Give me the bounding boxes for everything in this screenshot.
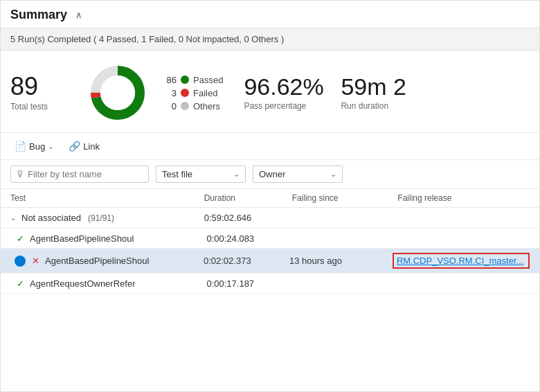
pass-percentage-label: Pass percentage — [244, 101, 306, 111]
group-test-col: ⌄ Not associated (91/91) — [10, 213, 204, 223]
header: Summary ∧ — [1, 1, 539, 28]
others-dot — [181, 102, 189, 110]
group-count: (91/91) — [88, 213, 114, 223]
pass-percentage-value: 96.62% — [244, 75, 323, 98]
test-file-chevron-icon: ⌄ — [233, 170, 240, 179]
duration-val: 0:02:02.373 — [204, 256, 289, 266]
pass-percentage-stat: 96.62% Pass percentage — [244, 75, 327, 111]
donut-chart — [87, 62, 149, 124]
table-row[interactable]: ✓ AgentRequestOwnerRefer 0:00:17.187 — [1, 274, 539, 294]
test-name-col: ✕ AgentBasedPipelineShoul — [15, 256, 204, 267]
table-header: Test Duration Failing since Failing rele… — [1, 189, 539, 208]
test-name: AgentRequestOwnerRefer — [30, 278, 135, 289]
run-duration-value: 59m 2 — [341, 75, 406, 98]
link-button[interactable]: 🔗 Link — [64, 139, 104, 154]
total-tests-label: Total tests — [10, 102, 48, 112]
failing-release-link[interactable]: RM.CDP_VSO.RM.CI_master... — [397, 256, 523, 266]
actions-row: 📄 Bug ⌄ 🔗 Link — [1, 133, 539, 160]
passed-count: 86 — [163, 75, 177, 85]
bug-icon: 📄 — [15, 141, 26, 152]
bug-chevron-icon: ⌄ — [48, 143, 53, 150]
run-duration-label: Run duration — [341, 101, 388, 111]
group-expand-icon[interactable]: ⌄ — [10, 214, 16, 222]
legend-passed: 86 Passed — [163, 75, 223, 85]
col-header-failing-since: Failing since — [292, 193, 398, 203]
bug-label: Bug — [29, 141, 45, 152]
test-file-dropdown[interactable]: Test file ⌄ — [156, 166, 246, 183]
table-body: ⌄ Not associated (91/91) 0:59:02.646 ✓ A… — [1, 208, 539, 294]
test-name: AgentBasedPipelineShoul — [45, 256, 149, 266]
duration-val: 0:00:17.187 — [206, 278, 294, 289]
col-header-duration: Duration — [204, 193, 292, 203]
group-row[interactable]: ⌄ Not associated (91/91) 0:59:02.646 — [1, 208, 539, 229]
failed-count: 3 — [163, 88, 177, 98]
link-label: Link — [83, 141, 100, 152]
owner-label: Owner — [259, 169, 285, 179]
group-duration: 0:59:02.646 — [204, 213, 292, 223]
duration-val: 0:00:24.083 — [206, 233, 294, 244]
svg-point-4 — [17, 258, 24, 264]
pass-icon: ✓ — [15, 233, 26, 244]
legend-others: 0 Others — [163, 101, 223, 112]
page-title: Summary — [10, 8, 67, 22]
passed-dot — [181, 75, 189, 84]
selected-indicator — [15, 256, 26, 267]
filter-by-test-name-input[interactable] — [28, 169, 143, 179]
chart-legend: 86 Passed 3 Failed 0 Others — [163, 75, 223, 112]
failed-dot — [181, 89, 189, 97]
table-row[interactable]: ✓ AgentBasedPipelineShoul 0:00:24.083 — [1, 229, 539, 249]
others-label: Others — [193, 101, 220, 112]
test-name-col: ✓ AgentBasedPipelineShoul — [15, 233, 206, 244]
failing-release-container: RM.CDP_VSO.RM.CI_master... — [393, 253, 530, 269]
total-tests-value: 89 — [10, 74, 38, 99]
pass-icon: ✓ — [15, 278, 26, 289]
table-row[interactable]: ✕ AgentBasedPipelineShoul 0:02:02.373 13… — [1, 249, 539, 274]
col-header-failing-release: Failing release — [397, 193, 530, 203]
failing-since-val: 13 hours ago — [289, 256, 393, 266]
legend-failed: 3 Failed — [163, 88, 223, 98]
test-file-label: Test file — [162, 169, 192, 179]
test-name: AgentBasedPipelineShoul — [30, 233, 134, 244]
svg-point-3 — [100, 75, 135, 110]
owner-chevron-icon: ⌄ — [330, 170, 336, 179]
collapse-chevron-icon[interactable]: ∧ — [75, 10, 82, 20]
filter-row: ⊽ Test file ⌄ Owner ⌄ — [1, 160, 539, 189]
owner-dropdown[interactable]: Owner ⌄ — [253, 166, 343, 183]
filter-input-wrapper[interactable]: ⊽ — [10, 166, 149, 183]
bug-button[interactable]: 📄 Bug ⌄ — [10, 139, 57, 154]
run-duration-stat: 59m 2 Run duration — [341, 75, 406, 111]
group-name: Not associated — [21, 213, 81, 223]
passed-label: Passed — [193, 75, 223, 85]
test-name-col: ✓ AgentRequestOwnerRefer — [15, 278, 206, 289]
failed-label: Failed — [193, 88, 217, 98]
status-text: 5 Run(s) Completed ( 4 Passed, 1 Failed,… — [10, 34, 284, 44]
link-icon: 🔗 — [69, 141, 80, 152]
filter-icon: ⊽ — [17, 169, 24, 179]
total-tests-stat: 89 Total tests — [10, 74, 73, 112]
fail-icon: ✕ — [30, 256, 41, 267]
col-header-test: Test — [10, 193, 204, 203]
page-container: Summary ∧ 5 Run(s) Completed ( 4 Passed,… — [0, 0, 540, 392]
others-count: 0 — [163, 101, 177, 112]
stats-row: 89 Total tests 86 Passed — [1, 51, 539, 133]
status-bar: 5 Run(s) Completed ( 4 Passed, 1 Failed,… — [1, 28, 539, 51]
